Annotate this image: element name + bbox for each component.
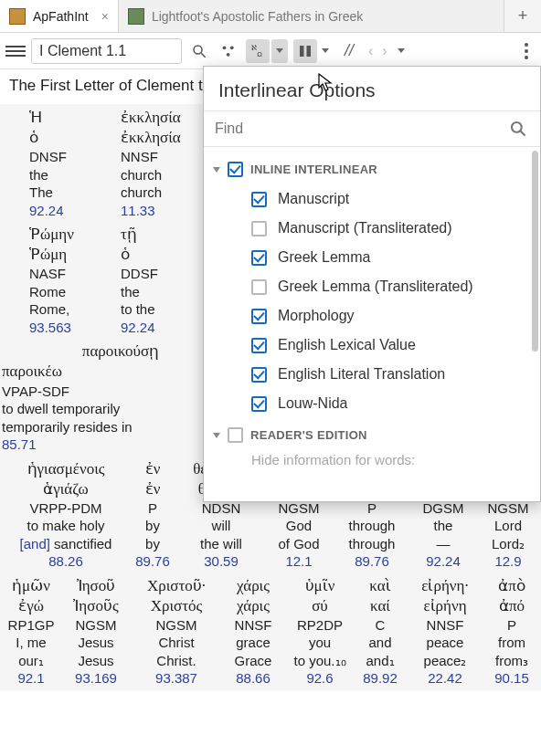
checkbox[interactable] <box>251 367 267 383</box>
word-morph: P <box>484 616 539 635</box>
option-row[interactable]: Morphology <box>209 301 536 331</box>
ms: Ἡ <box>29 108 121 128</box>
lit: church <box>121 184 212 202</box>
ln[interactable]: 92.6 <box>285 669 355 688</box>
word-morph: RP2DP <box>285 616 355 635</box>
word-lex: peace <box>406 634 484 652</box>
ln[interactable]: 88.66 <box>221 669 285 688</box>
morph: DDSF <box>121 265 212 283</box>
checkbox[interactable] <box>251 279 267 295</box>
ln[interactable]: 12.1 <box>267 552 331 571</box>
option-row[interactable]: Manuscript (Transliterated) <box>209 214 536 243</box>
ln[interactable]: 92.1 <box>2 669 60 688</box>
ln[interactable]: 12.9 <box>473 552 541 571</box>
ln[interactable]: 89.92 <box>355 669 406 688</box>
option-row[interactable]: Greek Lemma (Transliterated) <box>209 272 536 301</box>
checkbox[interactable] <box>228 162 243 177</box>
checkbox[interactable] <box>251 309 267 324</box>
close-icon[interactable]: × <box>101 9 109 24</box>
ln[interactable]: 93.387 <box>132 669 221 688</box>
word-lem: ἐγώ <box>2 596 60 616</box>
word-lit: our₁ <box>2 652 60 670</box>
lemma: Ῥώμη <box>29 245 121 265</box>
ln[interactable]: 93.563 <box>29 319 121 337</box>
svg-text:ℵ: ℵ <box>251 44 257 52</box>
ms: Ῥώμην <box>29 225 121 245</box>
option-label: English Lexical Value <box>278 337 416 353</box>
interlinear-dropdown[interactable] <box>271 39 288 63</box>
checkbox[interactable] <box>251 250 267 266</box>
word-lex: to make holy <box>2 517 130 535</box>
svg-point-3 <box>230 46 234 49</box>
word-morph: NNSF <box>406 616 484 635</box>
search-icon[interactable] <box>187 39 211 63</box>
section-inline-interlinear[interactable]: INLINE INTERLINEAR <box>209 158 536 184</box>
word-lit: — <box>413 535 473 553</box>
svg-point-9 <box>512 122 522 132</box>
svg-text:Ω: Ω <box>257 50 262 58</box>
ln[interactable]: 89.76 <box>130 552 175 571</box>
option-row[interactable]: Louw-Nida <box>209 389 536 418</box>
columns-dropdown[interactable] <box>319 48 332 53</box>
checkbox[interactable] <box>251 396 267 412</box>
word-lex: Christ <box>132 634 221 652</box>
word-morph: NGSM <box>132 616 221 635</box>
word-ms: ἀπὸ <box>484 576 539 596</box>
word-lem: χάρις <box>221 596 285 616</box>
ln[interactable]: 90.15 <box>484 669 539 688</box>
word-lem: ἀπό <box>484 596 539 616</box>
word-lem: εἰρήνη <box>406 596 484 616</box>
word-ms: ἐν <box>130 459 175 479</box>
word-lit: and₁ <box>355 652 406 670</box>
tab-active[interactable]: ApFathInt × <box>0 0 119 32</box>
option-row[interactable]: English Lexical Value <box>209 331 536 360</box>
nav-next[interactable]: › <box>380 43 388 59</box>
word-ms: ἡγιασμένοις <box>2 459 130 479</box>
tab-inactive[interactable]: Lightfoot's Apostolic Fathers in Greek <box>119 0 504 32</box>
nav-prev[interactable]: ‹ <box>366 43 375 59</box>
find-input[interactable] <box>204 111 496 146</box>
word-lem: Ἰησοῦς <box>60 596 132 616</box>
option-row[interactable]: Manuscript <box>209 184 536 214</box>
parallel-icon[interactable]: // <box>337 39 361 63</box>
ln[interactable]: 92.24 <box>121 319 212 337</box>
option-row[interactable]: English Literal Translation <box>209 360 536 389</box>
ln[interactable]: 93.169 <box>60 669 132 688</box>
option-label: English Literal Translation <box>278 366 445 383</box>
lemma: ὁ <box>121 245 212 265</box>
dots-icon[interactable] <box>217 39 240 63</box>
word-lem: σύ <box>285 596 355 616</box>
interlinear-icon[interactable]: ℵΩ <box>246 39 270 63</box>
checkbox[interactable] <box>228 427 243 443</box>
checkbox[interactable] <box>251 192 267 207</box>
ln[interactable]: 88.26 <box>2 552 130 571</box>
menu-icon[interactable] <box>5 42 26 60</box>
ln[interactable]: 92.24 <box>29 202 121 220</box>
nav-dropdown[interactable] <box>395 48 408 53</box>
search-icon[interactable] <box>496 112 540 145</box>
word-morph: NNSF <box>221 616 285 635</box>
word-lit: of God <box>267 535 331 553</box>
ln[interactable]: 22.42 <box>406 669 484 688</box>
word-lit: Christ. <box>132 652 221 670</box>
ln[interactable]: 11.33 <box>121 202 212 220</box>
checkbox[interactable] <box>251 221 267 236</box>
ln[interactable]: 89.76 <box>331 552 413 571</box>
option-label: Manuscript (Transliterated) <box>278 220 452 236</box>
new-tab-button[interactable]: + <box>504 0 541 32</box>
section-readers-edition[interactable]: READER'S EDITION <box>209 424 536 450</box>
ln[interactable]: 92.24 <box>413 552 473 571</box>
more-icon[interactable] <box>517 37 536 65</box>
checkbox[interactable] <box>251 338 267 353</box>
ln[interactable]: 30.59 <box>175 552 267 571</box>
reference-input[interactable]: I Clement 1.1 <box>31 38 182 64</box>
word-morph: NGSM <box>60 616 132 635</box>
columns-icon[interactable] <box>293 39 317 63</box>
svg-rect-8 <box>307 46 312 57</box>
option-row[interactable]: Greek Lemma <box>209 243 536 272</box>
word-lex: and <box>355 634 406 652</box>
option-label: Louw-Nida <box>278 395 347 412</box>
lex: the <box>29 166 121 184</box>
scrollbar[interactable] <box>532 151 538 352</box>
book-icon <box>9 8 26 25</box>
